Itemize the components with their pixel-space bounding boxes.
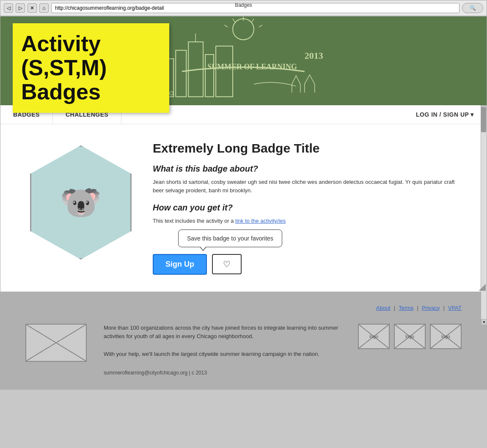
resize-handle[interactable] — [479, 284, 486, 291]
footer-link-about[interactable]: About — [376, 305, 391, 311]
favorite-icon: ♡ — [223, 259, 231, 269]
button-row: Sign Up ♡ — [153, 254, 461, 275]
badge-details: Extremely Long Badge Title What is this … — [153, 137, 461, 275]
back-button[interactable]: ◁ — [4, 3, 13, 13]
badge-hexagon: 🐨 — [30, 145, 132, 260]
about-heading: What is this badge about? — [153, 164, 461, 174]
badge-image-container: 🐨 — [26, 137, 136, 275]
sponsor-logo-1: logo — [358, 324, 390, 349]
nav-login[interactable]: LOG IN / SIGN UP ▾ — [403, 105, 487, 124]
favorite-button[interactable]: ♡ — [212, 254, 242, 274]
badge-title: Extremely Long Badge Title — [153, 141, 461, 156]
footer-content: More than 100 organizations across the c… — [25, 324, 462, 377]
tooltip-text: Save this badge to your favorites — [187, 235, 273, 242]
svg-rect-7 — [176, 50, 186, 97]
footer-divider-3: | — [443, 305, 445, 311]
svg-rect-9 — [205, 55, 214, 97]
footer-email: summeroflearning@cityofchicago.org | c 2… — [104, 369, 341, 377]
footer-description-2: With your help, we'll launch the largest… — [104, 350, 341, 359]
sticky-note-text: Activity (S,ST,M) Badges — [21, 32, 161, 104]
scroll-down-arrow[interactable]: ▼ — [481, 319, 487, 325]
svg-line-5 — [224, 25, 228, 27]
sponsor-logo-1-text: logo — [369, 334, 378, 339]
content-area: 🐨 Extremely Long Badge Title What is thi… — [0, 124, 487, 292]
sponsor-logo-2: logo — [394, 324, 426, 349]
svg-text:SUMMER OF LEARNING: SUMMER OF LEARNING — [207, 63, 297, 71]
footer-link-privacy[interactable]: Privacy — [422, 305, 440, 311]
tooltip-wrapper: Save this badge to your favorites — [178, 229, 282, 247]
svg-point-15 — [170, 92, 173, 95]
svg-point-0 — [233, 19, 254, 40]
sticky-note: Activity (S,ST,M) Badges — [13, 23, 169, 113]
home-button[interactable]: ⌂ — [39, 3, 49, 13]
close-button[interactable]: ✕ — [28, 3, 37, 13]
browser-title: Badges — [235, 2, 252, 8]
about-text: Jean shorts id sartorial, cosby sweater … — [153, 178, 461, 194]
sponsor-logo-2-text: logo — [405, 334, 414, 339]
koala-image: 🐨 — [39, 154, 123, 251]
svg-line-2 — [252, 19, 254, 22]
footer-description-1: More than 100 organizations across the c… — [104, 324, 341, 341]
browser-chrome: Badges ◁ ▷ ✕ ⌂ 🔍 — [0, 0, 487, 16]
svg-rect-10 — [216, 46, 233, 97]
howto-heading: How can you get it? — [153, 203, 461, 213]
forward-button[interactable]: ▷ — [16, 3, 25, 13]
signup-button[interactable]: Sign Up — [153, 254, 207, 275]
site-footer: About | Terms | Privacy | VPAT More than… — [0, 292, 487, 390]
footer-links: About | Terms | Privacy | VPAT — [25, 305, 462, 311]
svg-text:2013: 2013 — [305, 50, 323, 61]
sponsor-logo-3-text: logo — [441, 334, 450, 339]
footer-divider-1: | — [394, 305, 395, 311]
search-button[interactable]: 🔍 — [462, 3, 483, 13]
footer-logos: logo logo logo — [358, 324, 462, 349]
sponsor-logo-3: logo — [430, 324, 462, 349]
tooltip-bubble: Save this badge to your favorites — [178, 229, 282, 247]
howto-prefix: This text includes the activity or a — [153, 218, 235, 224]
footer-link-terms[interactable]: Terms — [399, 305, 413, 311]
scroll-thumb[interactable] — [481, 107, 486, 132]
howto-text: This text includes the activity or a lin… — [153, 217, 461, 225]
activity-link[interactable]: link to the activity/ies — [235, 218, 286, 224]
svg-line-3 — [259, 25, 262, 27]
address-bar[interactable] — [51, 3, 459, 13]
svg-line-4 — [233, 19, 235, 22]
footer-divider-2: | — [417, 305, 418, 311]
org-logo-placeholder — [25, 324, 87, 362]
footer-link-vpat[interactable]: VPAT — [448, 305, 462, 311]
footer-text: More than 100 organizations across the c… — [104, 324, 341, 377]
scrollbar[interactable]: ▲ ▼ — [481, 105, 487, 325]
